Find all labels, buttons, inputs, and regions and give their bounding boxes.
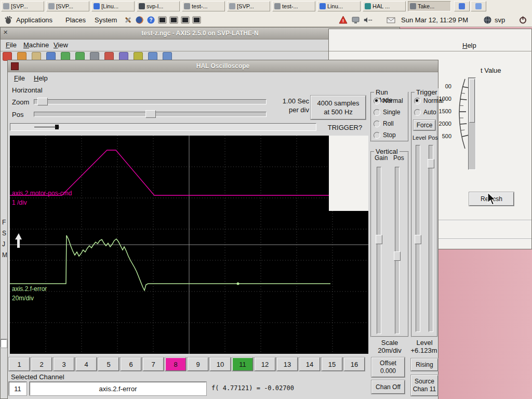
horizontal-label: Horizontal	[12, 86, 43, 94]
meter-scrollbar-thumb[interactable]	[469, 79, 475, 123]
firefox-launcher-icon[interactable]	[135, 16, 144, 24]
meter-menubar: Help	[329, 40, 532, 51]
menu-system[interactable]: System	[92, 15, 119, 25]
source-button[interactable]: Source Chan 11	[411, 375, 438, 396]
selected-channel-name[interactable]: axis.2.f-error	[30, 382, 206, 395]
terminal-launcher-icon-4[interactable]	[192, 16, 201, 24]
user-name[interactable]: svp	[495, 16, 505, 24]
samples-line1: 4000 samples	[317, 99, 360, 108]
menu-places-label: Places	[65, 16, 86, 24]
zoom-slider[interactable]	[34, 99, 267, 104]
channel-button-2[interactable]: 2	[31, 357, 52, 371]
perdiv-value: 1.00 Sec	[270, 97, 309, 105]
offset-line1: Offset	[380, 360, 396, 367]
channel-button-1[interactable]: 1	[9, 357, 30, 371]
taskbar-mini-window-1[interactable]	[454, 1, 470, 11]
taskbar-item[interactable]: [Linu...	[91, 1, 135, 11]
radio-indicator	[374, 121, 380, 127]
samples-line2: at 500 Hz	[324, 108, 353, 116]
taskbar-item-label: [SVP...	[56, 3, 73, 9]
svg-text:?: ?	[149, 17, 152, 23]
gain-slider-handle[interactable]	[376, 235, 382, 244]
channel-button-6[interactable]: 6	[121, 357, 141, 371]
channel-button-8[interactable]: 8	[165, 357, 186, 371]
offset-button[interactable]: Offset 0.000	[371, 357, 405, 377]
pos-slider-handle[interactable]	[145, 110, 156, 118]
taskbar-item[interactable]: test-...	[182, 1, 225, 11]
radio-runmode-normal[interactable]: Normal	[371, 95, 408, 107]
trigger-pos-handle[interactable]	[428, 159, 434, 168]
pos-slider[interactable]	[34, 112, 267, 117]
network-icon[interactable]	[351, 16, 360, 24]
radio-runmode-roll[interactable]: Roll	[371, 118, 408, 129]
meter-scrollbar[interactable]	[468, 77, 476, 170]
scope-titlebar[interactable]: HAL Oscilloscope	[8, 60, 438, 72]
scope-window-icon[interactable]	[11, 62, 19, 70]
axis-side-label-spindle: S	[2, 230, 6, 237]
samples-button[interactable]: 4000 samples at 500 Hz	[311, 96, 366, 119]
axis-side-box	[1, 339, 7, 348]
runmode-radios: NormalSingleRollStop	[371, 95, 408, 141]
channel-button-12[interactable]: 12	[255, 357, 275, 371]
channel-button-5[interactable]: 5	[98, 357, 119, 371]
taskbar-item[interactable]: Linu...	[317, 1, 361, 11]
trigger-level-handle[interactable]	[415, 235, 421, 244]
meter-menu-help[interactable]: Help	[462, 42, 476, 49]
menu-places[interactable]: Places	[63, 15, 88, 25]
chan-off-button[interactable]: Chan Off	[371, 380, 405, 394]
trigger-level-slider[interactable]	[416, 145, 420, 332]
vertical-pos-handle[interactable]	[394, 251, 401, 261]
taskbar-mini-window-2[interactable]	[471, 1, 486, 11]
radio-trigger-auto[interactable]: Auto	[412, 107, 437, 118]
channel-button-10[interactable]: 10	[210, 357, 231, 371]
scope-menu-help[interactable]: Help	[34, 74, 48, 82]
channel-button-9[interactable]: 9	[188, 357, 208, 371]
trigger-pos-slider[interactable]	[429, 145, 433, 332]
foot-logo-icon[interactable]	[4, 16, 12, 24]
channel-button-14[interactable]: 14	[299, 357, 320, 371]
scope-menu-file[interactable]: File	[14, 74, 25, 82]
clock[interactable]: Sun Mar 12, 11:29 PM	[401, 16, 468, 24]
channel-button-11[interactable]: 11	[232, 357, 253, 371]
taskbar-item[interactable]: [SVP...	[1, 1, 44, 11]
axis-menu-view[interactable]: View	[54, 41, 68, 49]
channel-button-7[interactable]: 7	[143, 357, 164, 371]
radio-trigger-normal[interactable]: Normal	[412, 95, 437, 107]
power-icon[interactable]	[518, 16, 527, 24]
terminal-launcher-icon-1[interactable]	[158, 16, 167, 24]
terminal-launcher-icon-2[interactable]	[169, 16, 178, 24]
tools-launcher-icon[interactable]	[124, 16, 132, 24]
channel-button-3[interactable]: 3	[54, 357, 74, 371]
menu-applications[interactable]: Applications	[14, 15, 55, 25]
help-launcher-icon[interactable]: ?	[147, 16, 155, 24]
axis-menu-machine[interactable]: Machine	[23, 41, 49, 49]
warning-icon[interactable]: !	[339, 16, 348, 24]
zoom-slider-handle[interactable]	[37, 98, 48, 105]
terminal-launcher-icon-3[interactable]	[181, 16, 190, 24]
taskbar-item[interactable]: svp-l...	[137, 1, 180, 11]
taskbar-item[interactable]: [SVP...	[46, 1, 89, 11]
volume-muted-icon[interactable]	[364, 16, 373, 24]
taskbar-item-label: [SVP...	[11, 3, 28, 9]
taskbar-item[interactable]: test-...	[272, 1, 315, 11]
radio-label: Normal	[423, 97, 444, 104]
taskbar-item[interactable]: [SVP...	[227, 1, 270, 11]
radio-runmode-single[interactable]: Single	[371, 107, 408, 118]
channel-button-16[interactable]: 16	[344, 357, 365, 371]
mail-icon[interactable]	[387, 16, 395, 24]
taskbar-item[interactable]: HAL ...	[363, 1, 406, 11]
gain-slider[interactable]	[377, 167, 381, 334]
force-button[interactable]: Force	[414, 120, 435, 130]
user-globe-icon[interactable]	[483, 16, 492, 24]
channel-button-13[interactable]: 13	[277, 357, 298, 371]
axis-menu-file[interactable]: File	[6, 41, 17, 49]
radio-runmode-stop[interactable]: Stop	[371, 129, 408, 141]
channel-button-4[interactable]: 4	[76, 357, 97, 371]
axis-window-icon[interactable]: ✕	[3, 29, 8, 36]
vertical-pos-slider[interactable]	[395, 167, 400, 334]
taskbar-item[interactable]: Take...	[408, 1, 451, 11]
scope-window: HAL Oscilloscope File Help Horizontal Zo…	[7, 60, 438, 399]
rising-button[interactable]: Rising	[411, 358, 438, 371]
channel-button-15[interactable]: 15	[322, 357, 342, 371]
taskbar-item-label: [SVP...	[237, 3, 254, 9]
